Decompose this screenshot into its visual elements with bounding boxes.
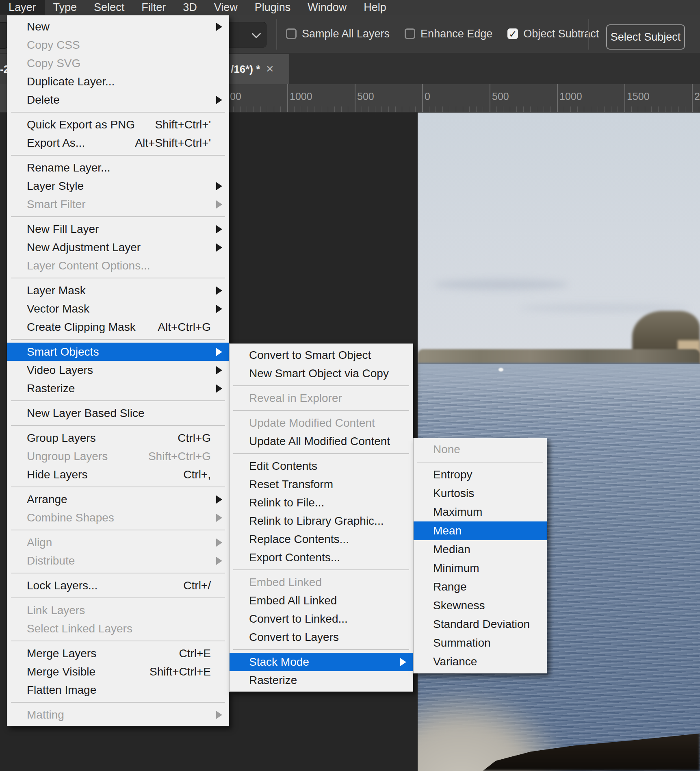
menu-item-label: Update Modified Content <box>249 417 375 430</box>
menu-item-lock-layers[interactable]: Lock Layers...Ctrl+/ <box>7 576 229 595</box>
menu-item-export-contents[interactable]: Export Contents... <box>230 548 413 567</box>
menu-item-group-layers[interactable]: Group LayersCtrl+G <box>7 429 229 447</box>
ruler-minor-tick <box>678 106 679 112</box>
menu-item-label: Merge Visible <box>27 665 95 678</box>
option-enhance-edge: Enhance Edge <box>405 28 492 40</box>
select-subject-button[interactable]: Select Subject <box>606 24 685 50</box>
menu-item-arrange[interactable]: Arrange <box>7 490 229 508</box>
menu-item-relink-to-library-graphic[interactable]: Relink to Library Graphic... <box>230 512 413 530</box>
menu-separator <box>11 278 225 278</box>
menu-item-layer-style[interactable]: Layer Style <box>7 177 229 195</box>
ruler-minor-tick <box>658 106 659 112</box>
menu-item-export-as[interactable]: Export As...Alt+Shift+Ctrl+' <box>7 134 229 152</box>
document-tab-title: /16*) * <box>229 63 260 76</box>
menu-item-delete[interactable]: Delete <box>7 91 229 109</box>
ruler-minor-tick <box>395 106 396 112</box>
menu-item-select-linked-layers: Select Linked Layers <box>7 619 229 638</box>
menu-item-reset-transform[interactable]: Reset Transform <box>230 475 413 493</box>
unchecked-checkbox-icon[interactable] <box>405 28 415 39</box>
menu-item-range[interactable]: Range <box>414 578 547 596</box>
menu-item-entropy[interactable]: Entropy <box>414 465 547 484</box>
menubar-item-type[interactable]: Type <box>45 0 86 15</box>
menu-item-quick-export-as-png[interactable]: Quick Export as PNGShift+Ctrl+' <box>7 115 229 134</box>
menu-item-new-adjustment-layer[interactable]: New Adjustment Layer <box>7 238 229 256</box>
menu-item-label: Maximum <box>433 506 482 519</box>
menu-separator <box>11 530 225 530</box>
menu-item-new-smart-object-via-copy[interactable]: New Smart Object via Copy <box>230 364 413 382</box>
menu-item-replace-contents[interactable]: Replace Contents... <box>230 530 413 548</box>
menu-separator <box>233 410 409 411</box>
ruler-minor-tick <box>415 106 416 112</box>
menu-item-relink-to-file[interactable]: Relink to File... <box>230 493 413 512</box>
menu-item-label: Merge Layers <box>27 647 96 660</box>
menu-item-vector-mask[interactable]: Vector Mask <box>7 300 229 318</box>
menu-item-skewness[interactable]: Skewness <box>414 596 547 615</box>
menu-item-label: Hide Layers <box>27 468 87 481</box>
menu-item-kurtosis[interactable]: Kurtosis <box>414 484 547 503</box>
menu-item-rename-layer[interactable]: Rename Layer... <box>7 159 229 177</box>
ruler-minor-tick <box>638 106 638 112</box>
menu-item-flatten-image[interactable]: Flatten Image <box>7 681 229 699</box>
ruler-minor-tick <box>442 106 443 112</box>
menu-item-create-clipping-mask[interactable]: Create Clipping MaskAlt+Ctrl+G <box>7 318 229 336</box>
menu-item-update-all-modified-content[interactable]: Update All Modified Content <box>230 432 413 450</box>
ruler-minor-tick <box>247 106 247 112</box>
menu-item-update-modified-content: Update Modified Content <box>230 414 413 432</box>
document-tab-fragment[interactable]: -2 <box>0 54 7 84</box>
menubar-item-filter[interactable]: Filter <box>133 0 174 15</box>
menu-item-edit-contents[interactable]: Edit Contents <box>230 457 413 475</box>
menu-item-variance[interactable]: Variance <box>414 652 547 671</box>
menu-item-convert-to-smart-object[interactable]: Convert to Smart Object <box>230 346 413 364</box>
menu-item-summation[interactable]: Summation <box>414 634 547 652</box>
menu-item-convert-to-layers[interactable]: Convert to Layers <box>230 628 413 646</box>
menu-item-convert-to-linked[interactable]: Convert to Linked... <box>230 610 413 628</box>
tool-mode-dropdown[interactable] <box>226 22 267 48</box>
menu-item-rasterize[interactable]: Rasterize <box>7 379 229 397</box>
submenu-arrow-icon <box>216 225 222 233</box>
menu-item-label: Reset Transform <box>249 478 333 491</box>
menu-item-merge-layers[interactable]: Merge LayersCtrl+E <box>7 644 229 662</box>
unchecked-checkbox-icon[interactable] <box>286 28 297 39</box>
menu-item-layer-mask[interactable]: Layer Mask <box>7 281 229 300</box>
ruler-minor-tick <box>469 106 470 112</box>
menu-item-hide-layers[interactable]: Hide LayersCtrl+, <box>7 465 229 484</box>
menubar-item-plugins[interactable]: Plugins <box>246 0 299 15</box>
menubar-item-select[interactable]: Select <box>85 0 133 15</box>
menu-item-merge-visible[interactable]: Merge VisibleShift+Ctrl+E <box>7 662 229 681</box>
menu-item-minimum[interactable]: Minimum <box>414 559 547 578</box>
menubar-item-3d[interactable]: 3D <box>174 0 206 15</box>
menu-item-label: Copy SVG <box>27 57 80 70</box>
menu-item-new[interactable]: New <box>7 17 229 36</box>
menu-separator <box>11 400 225 401</box>
menu-item-smart-objects[interactable]: Smart Objects <box>7 343 229 361</box>
close-tab-icon[interactable]: ✕ <box>266 63 274 75</box>
menu-item-maximum[interactable]: Maximum <box>414 503 547 521</box>
menu-item-duplicate-layer[interactable]: Duplicate Layer... <box>7 72 229 91</box>
menubar-item-window[interactable]: Window <box>299 0 355 15</box>
menu-item-shortcut: Alt+Shift+Ctrl+' <box>135 137 211 150</box>
menubar-item-layer[interactable]: Layer <box>0 0 45 15</box>
menu-separator <box>233 649 409 650</box>
menu-item-new-layer-based-slice[interactable]: New Layer Based Slice <box>7 404 229 422</box>
menu-item-new-fill-layer[interactable]: New Fill Layer <box>7 220 229 238</box>
menu-item-median[interactable]: Median <box>414 540 547 559</box>
menu-item-embed-all-linked[interactable]: Embed All Linked <box>230 591 413 610</box>
menu-item-standard-deviation[interactable]: Standard Deviation <box>414 615 547 634</box>
menu-item-mean[interactable]: Mean <box>414 521 547 540</box>
menu-item-video-layers[interactable]: Video Layers <box>7 361 229 379</box>
ruler-label: 00 <box>230 91 241 102</box>
menu-item-label: Embed All Linked <box>249 594 337 607</box>
submenu-arrow-icon <box>216 305 222 313</box>
menu-item-stack-mode[interactable]: Stack Mode <box>230 653 413 671</box>
menubar-item-view[interactable]: View <box>206 0 246 15</box>
menu-item-label: None <box>433 443 460 456</box>
checked-checkbox-icon[interactable]: ✓ <box>507 28 518 39</box>
submenu-arrow-icon <box>216 366 222 374</box>
document-tab[interactable]: /16*) * ✕ <box>229 54 289 84</box>
ruler-label: 1500 <box>627 91 650 102</box>
menu-item-label: Matting <box>27 708 64 721</box>
menubar-item-help[interactable]: Help <box>355 0 395 15</box>
menu-item-rasterize[interactable]: Rasterize <box>230 671 413 689</box>
submenu-arrow-icon <box>216 200 222 208</box>
ruler-minor-tick <box>523 106 524 112</box>
